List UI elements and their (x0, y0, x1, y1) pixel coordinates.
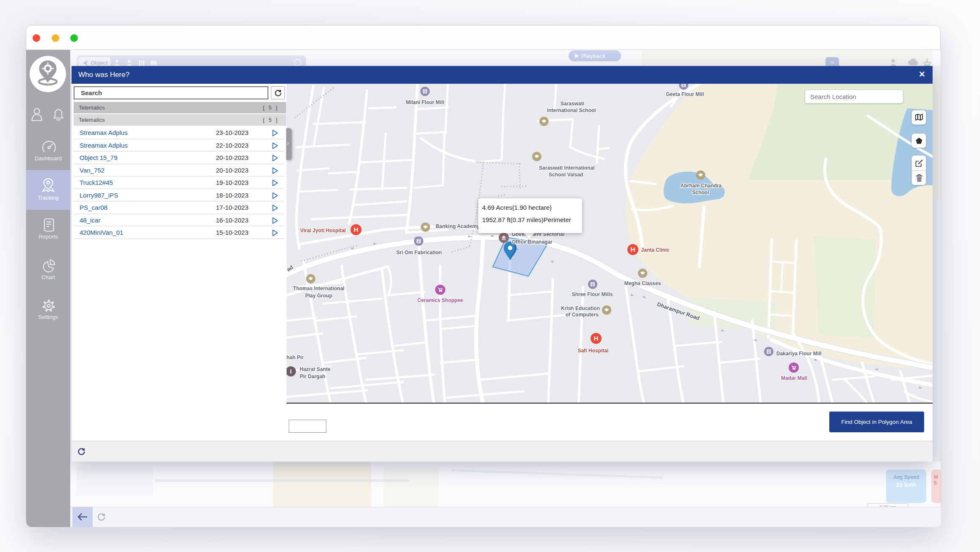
svg-text:International School: International School (547, 107, 596, 113)
svg-text:Object: Object (91, 60, 108, 66)
svg-text:H: H (631, 246, 635, 253)
svg-text:Hazrat Sante: Hazrat Sante (300, 366, 331, 372)
svg-text:Playback: Playback (582, 53, 606, 59)
svg-text:Play Group: Play Group (305, 293, 332, 299)
svg-text:Geeta Flour Mill: Geeta Flour Mill (666, 91, 704, 97)
svg-text:Megha Classes: Megha Classes (624, 280, 661, 286)
svg-text:Safi Hospital: Safi Hospital (578, 348, 609, 354)
svg-text:Ceramics Shoppee: Ceramics Shoppee (417, 297, 463, 303)
svg-text:Saraswati International: Saraswati International (539, 165, 594, 171)
svg-text:Madar Mall: Madar Mall (781, 375, 807, 381)
svg-text:Shree Flour Mills: Shree Flour Mills (572, 291, 613, 297)
svg-text:Saraswati: Saraswati (560, 101, 584, 107)
svg-text:Banking Academy: Banking Academy (436, 223, 480, 229)
svg-text:School Valsad: School Valsad (549, 172, 583, 178)
svg-text:Dakariya Flour Mill: Dakariya Flour Mill (776, 351, 822, 357)
svg-text:of Computers: of Computers (566, 312, 599, 318)
svg-text:Pir Dargah: Pir Dargah (300, 373, 326, 379)
svg-text:H: H (594, 335, 599, 342)
svg-text:School: School (692, 189, 709, 195)
svg-text:Thomas International: Thomas International (293, 286, 344, 291)
svg-text:Krish Education: Krish Education (561, 305, 600, 311)
svg-text:hah Pir: hah Pir (287, 354, 304, 360)
svg-text:Sri Om Fabrication: Sri Om Fabrication (396, 250, 442, 255)
svg-text:Office Binanagar: Office Binanagar (512, 239, 552, 245)
svg-text:Abrham Chandra: Abrham Chandra (680, 183, 722, 189)
svg-text:Milani Flour Mill: Milani Flour Mill (406, 99, 444, 105)
svg-text:Janta Clinic: Janta Clinic (641, 247, 670, 253)
svg-text:Viral Jyoti Hospital: Viral Jyoti Hospital (300, 228, 346, 233)
svg-text:H: H (354, 226, 359, 233)
